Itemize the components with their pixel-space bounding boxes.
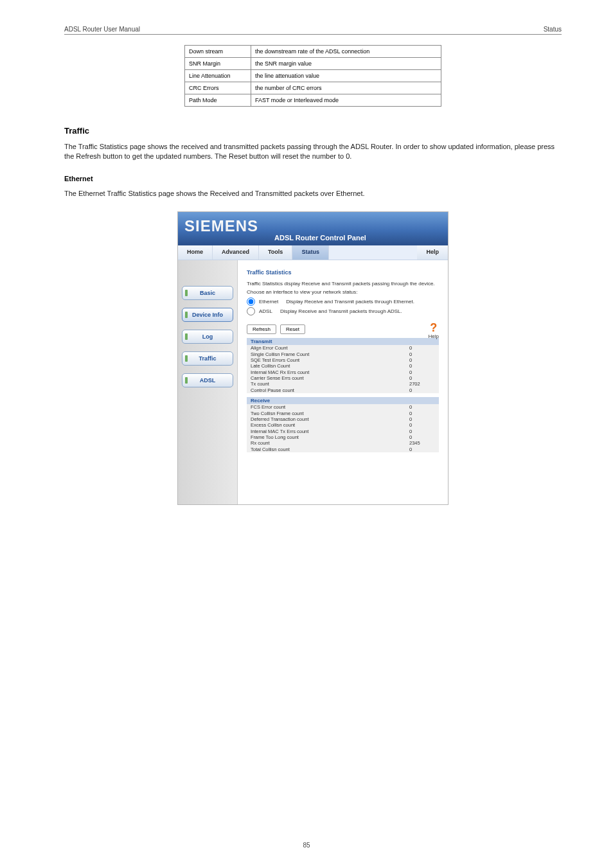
stat-value: 0 — [405, 422, 439, 428]
receive-row: Frame Too Long count0 — [247, 434, 439, 440]
refresh-button[interactable]: Refresh — [247, 324, 276, 334]
nav-help[interactable]: Help — [417, 245, 448, 260]
param-name: Path Mode — [185, 94, 251, 107]
stat-label: Deferred Transaction count — [247, 416, 405, 422]
sidebar-traffic[interactable]: Traffic — [182, 351, 233, 366]
panel-title: ADSL Router Control Panel — [274, 234, 366, 242]
adsl-radio-desc: Display Receive and Transmit packets thr… — [280, 308, 402, 314]
transmit-row: Tx count2702 — [247, 381, 439, 387]
sidebar: Basic Device Info Log Traffic ADSL — [178, 260, 237, 504]
stat-value: 0 — [405, 434, 439, 440]
transmit-row: Control Pause count0 — [247, 387, 439, 393]
stat-value: 0 — [405, 363, 439, 369]
page-number: 85 — [0, 842, 613, 849]
content-title: Traffic Statistics — [247, 269, 439, 276]
sidebar-device-info[interactable]: Device Info — [182, 308, 233, 322]
adsl-radio[interactable] — [247, 307, 255, 315]
doc-title-right: Status — [544, 26, 562, 33]
stat-value: 0 — [405, 387, 439, 393]
ethernet-radio[interactable] — [247, 297, 255, 306]
transmit-row: Carrier Sense Errs count0 — [247, 375, 439, 381]
stat-label: Single Collisn Frame Count — [247, 351, 405, 357]
stat-label: Control Pause count — [247, 387, 405, 393]
transmit-header: Transmit — [247, 338, 439, 345]
top-nav: Home Advanced Tools Status Help — [178, 245, 448, 260]
receive-row: FCS Error count0 — [247, 404, 439, 410]
stat-label: Internal MAC Rx Errs count — [247, 369, 405, 375]
transmit-row: SQE Test Errors Count0 — [247, 357, 439, 363]
receive-row: Deferred Transaction count0 — [247, 416, 439, 422]
stat-value: 0 — [405, 357, 439, 363]
stat-label: Excess Collisn count — [247, 422, 405, 428]
transmit-row: Align Error Count0 — [247, 345, 439, 351]
transmit-row: Single Collisn Frame Count0 — [247, 351, 439, 357]
param-name: Line Attenuation — [185, 70, 251, 82]
help-icon-label: Help — [429, 333, 439, 339]
receive-row: Internal MAC Tx Errs count0 — [247, 429, 439, 434]
nav-status[interactable]: Status — [292, 245, 329, 260]
param-desc: the downstream rate of the ADSL connecti… — [251, 46, 441, 58]
traffic-heading: Traffic — [64, 126, 562, 136]
param-desc: the number of CRC errors — [251, 82, 441, 94]
stat-label: Align Error Count — [247, 345, 405, 351]
sidebar-basic[interactable]: Basic — [182, 286, 233, 300]
stat-label: FCS Error count — [247, 404, 405, 410]
stat-label: Carrier Sense Errs count — [247, 375, 405, 381]
stat-label: Total Collisn count — [247, 447, 405, 452]
stat-label: Frame Too Long count — [247, 434, 405, 440]
sidebar-log-label: Log — [202, 333, 213, 340]
doc-title-left: ADSL Router User Manual — [64, 26, 140, 33]
stat-label: Two Collisn Frame count — [247, 411, 405, 416]
transmit-row: Late Collisn Count0 — [247, 363, 439, 369]
sidebar-traffic-label: Traffic — [199, 355, 216, 362]
param-desc: the SNR margin value — [251, 58, 441, 70]
reset-button[interactable]: Reset — [280, 324, 305, 334]
ethernet-radio-label: Ethernet — [259, 299, 278, 305]
param-desc: FAST mode or Interleaved mode — [251, 94, 441, 107]
stat-value: 0 — [405, 375, 439, 381]
table-row: Path ModeFAST mode or Interleaved mode — [185, 94, 441, 107]
param-name: CRC Errors — [185, 82, 251, 94]
question-mark-icon: ? — [429, 322, 439, 333]
nav-tools[interactable]: Tools — [259, 245, 292, 260]
receive-header: Receive — [247, 397, 439, 404]
table-row: SNR Marginthe SNR margin value — [185, 58, 441, 70]
sidebar-basic-label: Basic — [200, 290, 215, 296]
table-row: Line Attenuationthe line attenuation val… — [185, 70, 441, 82]
ethernet-intro-text: The Ethernet Traffic Statistics page sho… — [64, 189, 562, 199]
choose-interface-label: Choose an interface to view your network… — [247, 289, 439, 295]
stat-label: Tx count — [247, 381, 405, 387]
receive-row: Total Collisn count0 — [247, 447, 439, 452]
stat-value: 2345 — [405, 440, 439, 446]
stat-value: 0 — [405, 429, 439, 434]
stat-label: Rx count — [247, 440, 405, 446]
brand-logo: SIEMENS — [184, 217, 258, 235]
stat-value: 0 — [405, 345, 439, 351]
traffic-intro-text: The Traffic Statistics page shows the re… — [64, 142, 562, 162]
router-screenshot: SIEMENS ADSL Router Control Panel Home A… — [177, 211, 449, 505]
table-row: CRC Errorsthe number of CRC errors — [185, 82, 441, 94]
receive-row: Rx count2345 — [247, 440, 439, 446]
param-name: SNR Margin — [185, 58, 251, 70]
stat-value: 2702 — [405, 381, 439, 387]
stat-label: Late Collisn Count — [247, 363, 405, 369]
sidebar-log[interactable]: Log — [182, 330, 233, 344]
router-banner: SIEMENS ADSL Router Control Panel — [178, 212, 448, 245]
sidebar-adsl-label: ADSL — [200, 377, 216, 384]
ethernet-radio-desc: Display Receive and Transmit packets thr… — [286, 299, 414, 305]
stat-value: 0 — [405, 411, 439, 416]
stat-label: SQE Test Errors Count — [247, 357, 405, 363]
ethernet-heading: Ethernet — [64, 175, 562, 182]
stat-label: Internal MAC Tx Errs count — [247, 429, 405, 434]
help-icon[interactable]: ? Help — [429, 322, 439, 339]
content-description: Traffic Statistics display Receive and T… — [247, 281, 439, 287]
sidebar-adsl[interactable]: ADSL — [182, 373, 233, 387]
stat-value: 0 — [405, 369, 439, 375]
param-desc: the line attenuation value — [251, 70, 441, 82]
nav-home[interactable]: Home — [178, 245, 213, 260]
router-main: Traffic Statistics Traffic Statistics di… — [237, 260, 448, 504]
adsl-radio-label: ADSL — [259, 308, 272, 314]
stat-value: 0 — [405, 351, 439, 357]
transmit-table: Align Error Count0Single Collisn Frame C… — [247, 345, 439, 393]
nav-advanced[interactable]: Advanced — [213, 245, 259, 260]
